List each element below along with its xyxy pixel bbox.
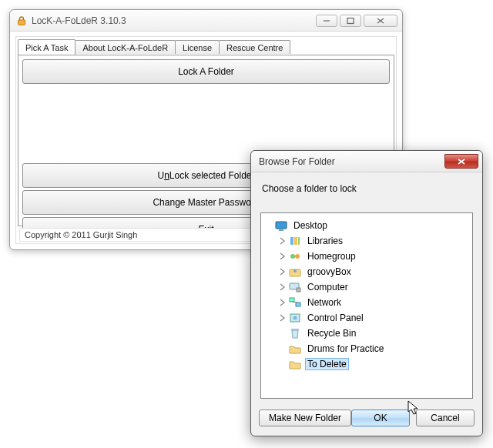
app-title: LocK-A-FoLdeR 3.10.3 xyxy=(32,15,316,26)
window-controls xyxy=(316,15,397,27)
svg-rect-17 xyxy=(291,329,299,330)
lock-a-folder-button[interactable]: Lock A Folder xyxy=(22,59,390,84)
browse-for-folder-dialog: Browse For Folder Choose a folder to loc… xyxy=(250,150,483,436)
user-folder-icon xyxy=(289,266,301,278)
tree-label: Desktop xyxy=(291,219,330,232)
svg-rect-13 xyxy=(290,298,294,302)
tree-node-computer[interactable]: Computer xyxy=(278,279,469,295)
spacer-icon xyxy=(278,359,287,369)
chevron-right-icon[interactable] xyxy=(278,313,287,323)
folder-tree[interactable]: Desktop Libraries xyxy=(260,212,473,399)
tree-node-control-panel[interactable]: Control Panel xyxy=(278,310,469,326)
libraries-icon xyxy=(289,235,301,247)
tree-node-network[interactable]: Network xyxy=(278,295,469,310)
chevron-right-icon[interactable] xyxy=(278,267,287,276)
tab-rescue[interactable]: Rescue Centre xyxy=(219,40,290,54)
svg-rect-6 xyxy=(298,237,300,245)
dialog-title: Browse For Folder xyxy=(259,156,444,167)
dialog-titlebar: Browse For Folder xyxy=(251,151,482,172)
svg-rect-2 xyxy=(276,222,287,229)
chevron-right-icon[interactable] xyxy=(278,298,287,307)
recycle-bin-icon xyxy=(289,327,301,339)
chevron-right-icon[interactable] xyxy=(278,283,287,292)
spacer-icon xyxy=(278,344,287,353)
tree-label: Drums for Practice xyxy=(305,343,386,355)
tab-about[interactable]: About LocK-A-FoLdeR xyxy=(75,40,176,54)
minimize-button[interactable] xyxy=(316,15,337,27)
titlebar: LocK-A-FoLdeR 3.10.3 xyxy=(10,10,402,32)
tree-node-desktop[interactable]: Desktop xyxy=(264,218,469,233)
dialog-prompt: Choose a folder to lock xyxy=(251,172,482,200)
chevron-right-icon[interactable] xyxy=(278,236,287,246)
desktop-icon xyxy=(275,219,287,232)
tree-label: groovyBox xyxy=(305,266,354,278)
tree-label: Network xyxy=(305,296,344,309)
svg-rect-5 xyxy=(294,237,297,245)
maximize-button[interactable] xyxy=(340,15,361,27)
tree-label: Recycle Bin xyxy=(305,327,358,339)
homegroup-icon xyxy=(289,250,301,262)
tree-node-recycle-bin[interactable]: Recycle Bin xyxy=(278,326,469,341)
tab-license[interactable]: License xyxy=(175,40,220,54)
tree-node-user[interactable]: groovyBox xyxy=(278,264,469,279)
unlock-mnemonic: n xyxy=(164,170,169,181)
lock-icon xyxy=(16,15,27,26)
svg-rect-0 xyxy=(18,20,25,25)
make-new-folder-button[interactable]: Make New Folder xyxy=(259,410,351,426)
svg-rect-3 xyxy=(279,229,283,231)
tree-node-libraries[interactable]: Libraries xyxy=(278,233,469,249)
tree-label: Computer xyxy=(305,281,350,293)
network-icon xyxy=(289,296,301,309)
svg-point-7 xyxy=(290,254,295,259)
svg-rect-1 xyxy=(347,18,354,23)
folder-icon xyxy=(289,343,301,355)
svg-rect-14 xyxy=(296,303,300,306)
tree-label: Control Panel xyxy=(305,312,366,324)
tab-strip: Pick A Task About LocK-A-FoLdeR License … xyxy=(16,37,396,54)
svg-rect-4 xyxy=(290,237,293,245)
computer-icon xyxy=(289,281,301,293)
svg-point-8 xyxy=(295,254,300,259)
tree-label: Libraries xyxy=(305,235,345,247)
svg-point-16 xyxy=(293,316,297,320)
unlock-prefix: U xyxy=(157,170,164,181)
folder-icon xyxy=(289,358,301,370)
chevron-right-icon[interactable] xyxy=(278,252,287,261)
tree-node-to-delete[interactable]: To Delete xyxy=(278,356,469,372)
spacer-icon xyxy=(278,329,287,338)
control-panel-icon xyxy=(289,312,301,324)
svg-rect-12 xyxy=(297,288,300,292)
svg-point-10 xyxy=(293,269,297,272)
tree-node-homegroup[interactable]: Homegroup xyxy=(278,249,469,264)
tab-pick-a-task[interactable]: Pick A Task xyxy=(18,39,75,55)
cancel-button[interactable]: Cancel xyxy=(416,410,475,426)
tree-label: Homegroup xyxy=(305,250,358,262)
close-button[interactable] xyxy=(364,15,397,27)
unlock-suffix: Lock selected Folder xyxy=(169,170,255,181)
tree-node-drums[interactable]: Drums for Practice xyxy=(278,341,469,356)
spacer-icon xyxy=(264,221,273,230)
ok-button[interactable]: OK xyxy=(351,410,410,426)
tree-label: To Delete xyxy=(305,358,349,370)
dialog-button-row: Make New Folder OK Cancel xyxy=(259,408,475,428)
dialog-close-button[interactable] xyxy=(444,154,478,169)
